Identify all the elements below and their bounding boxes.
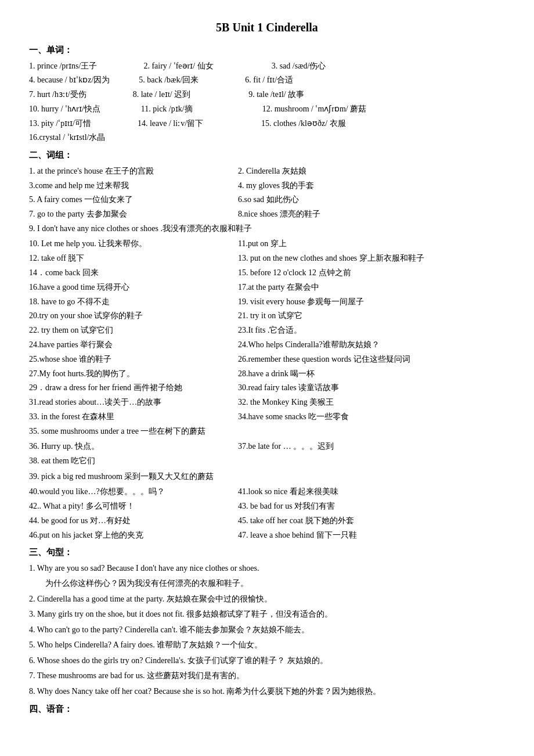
phrase-27: 27.My foot hurts.我的脚伤了。	[29, 367, 215, 381]
section-phonetics: 四、语音：	[29, 702, 505, 717]
phrase-43: 43. be bad for us 对我们有害	[238, 499, 335, 513]
phrase-44: 44. be good for us 对…有好处	[29, 514, 215, 528]
sentence-2: 2. Cinderella has a good time at the par…	[29, 592, 505, 607]
phrase-26: 26.remember these question words 记住这些疑问词	[238, 352, 410, 366]
phrase-20: 20.try on your shoe 试穿你的鞋子	[29, 309, 215, 323]
sentence-7: 7. These mushrooms are bad for us. 这些蘑菇对…	[29, 669, 505, 683]
phrase-15: 15. before 12 o'clock 12 点钟之前	[238, 266, 351, 280]
word-3: 3. sad /sæd/伤心	[272, 59, 326, 73]
section-sentences: 三、句型： 1. Why are you so sad? Because I d…	[29, 545, 505, 699]
phrase-32: 32. the Monkey King 美猴王	[238, 395, 334, 409]
phrase-14: 14．come back 回来	[29, 266, 215, 280]
phrase-21: 21. try it on 试穿它	[238, 309, 302, 323]
section3-title: 三、句型：	[29, 545, 505, 560]
phrase-36: 36. Hurry up. 快点。	[29, 440, 215, 453]
phrase-30: 30.read fairy tales 读童话故事	[238, 381, 339, 395]
phrase-10: 10. Let me help you. 让我来帮你。	[29, 237, 215, 251]
word-14: 14. leave / liːv/留下	[138, 117, 203, 131]
phrase-38: 38. eat them 吃它们	[29, 454, 505, 469]
phrase-11: 11.put on 穿上	[238, 237, 287, 251]
phrase-47: 47. leave a shoe behind 留下一只鞋	[238, 528, 357, 542]
phrase-37: 37.be late for … 。。。迟到	[238, 440, 334, 453]
sentence-3: 3. Many girls try on the shoe, but it do…	[29, 607, 505, 622]
section4-title: 四、语音：	[29, 702, 505, 717]
word-7: 7. hurt /hɜːt/受伤	[29, 88, 86, 102]
phrase-41: 41.look so nice 看起来很美味	[238, 485, 338, 499]
word-5: 5. back /bæk/回来	[139, 73, 199, 87]
phrase-25: 25.whose shoe 谁的鞋子	[29, 352, 215, 366]
word-13: 13. pity /ˈpɪtɪ/可惜	[29, 117, 91, 131]
phrase-31: 31.read stories about…读关于…的故事	[29, 395, 215, 409]
phrase-46: 46.put on his jacket 穿上他的夹克	[29, 528, 215, 542]
words-block: 1. prince /prɪns/王子 2. fairy / ˈfeərɪ/ 仙…	[29, 59, 505, 145]
phrase-24a: 24.have parties 举行聚会	[29, 338, 215, 352]
word-9: 9. tale /teɪl/ 故事	[248, 88, 304, 102]
phrase-24b: 24.Who helps Cinderalla?谁帮助灰姑娘？	[238, 338, 380, 352]
phrase-39: 39. pick a big red mushroom 采到一颗又大又红的蘑菇	[29, 470, 505, 484]
phrase-12: 12. take off 脱下	[29, 251, 215, 265]
section-words: 一、单词： 1. prince /prɪns/王子 2. fairy / ˈfe…	[29, 43, 505, 145]
phrase-35: 35. some mushrooms under a tree 一些在树下的蘑菇	[29, 424, 505, 439]
word-12: 12. mushroom / ˈmʌʃrɒm/ 蘑菇	[262, 102, 367, 116]
phrase-28: 28.have a drink 喝一杯	[238, 367, 315, 381]
phrase-8: 8.nice shoes 漂亮的鞋子	[238, 207, 320, 221]
phrase-3: 3.come and help me 过来帮我	[29, 179, 215, 193]
phrase-4: 4. my gloves 我的手套	[238, 179, 314, 193]
phrase-40: 40.would you like…?你想要。。。吗？	[29, 485, 215, 499]
phrase-34: 34.have some snacks 吃一些零食	[238, 410, 349, 424]
sentence-1: 1. Why are you so sad? Because I don't h…	[29, 561, 505, 576]
word-2: 2. fairy / ˈfeərɪ/ 仙女	[143, 59, 213, 73]
phrase-33: 33. in the forest 在森林里	[29, 410, 215, 424]
sentence-1-cn: 为什么你这样伤心？因为我没有任何漂亮的衣服和鞋子。	[29, 577, 505, 591]
phrase-23: 23.It fits .它合适。	[238, 323, 302, 337]
word-11: 11. pick /pɪk/摘	[141, 102, 193, 116]
sentence-6: 6. Whose shoes do the girls try on? Cind…	[29, 654, 505, 668]
phrase-7: 7. go to the party 去参加聚会	[29, 207, 215, 221]
page-title: 5B Unit 1 Cinderella	[29, 17, 505, 37]
section-phrases: 二、词组： 1. at the prince's house 在王子的宫殿 2.…	[29, 148, 505, 542]
sentence-5: 5. Who helps Cinderella? A fairy does. 谁…	[29, 638, 505, 653]
sentence-8: 8. Why does Nancy take off her coat? Bec…	[29, 685, 505, 699]
sentence-4: 4. Who can't go to the party? Cinderella…	[29, 623, 505, 638]
word-4: 4. because / bɪˈkɒz/因为	[29, 73, 110, 87]
phrase-45: 45. take off her coat 脱下她的外套	[238, 514, 354, 528]
phrase-1: 1. at the prince's house 在王子的宫殿	[29, 164, 215, 178]
word-15: 15. clothes /kləʊðz/ 衣服	[261, 117, 346, 131]
phrase-6: 6.so sad 如此伤心	[238, 193, 299, 207]
phrase-42: 42.. What a pity! 多么可惜呀！	[29, 499, 215, 513]
word-1: 1. prince /prɪns/王子	[29, 59, 97, 73]
phrase-9: 9. I don't have any nice clothes or shoe…	[29, 222, 505, 236]
phrase-13: 13. put on the new clothes and shoes 穿上新…	[238, 251, 424, 265]
word-16: 16.crystal / ˈkrɪstl/水晶	[29, 131, 106, 145]
phrase-18: 18. have to go 不得不走	[29, 295, 215, 309]
phrase-29: 29．draw a dress for her friend 画件裙子给她	[29, 381, 215, 395]
phrase-2: 2. Cinderella 灰姑娘	[238, 164, 306, 178]
word-6: 6. fit / fɪt/合适	[245, 73, 293, 87]
phrases-block: 1. at the prince's house 在王子的宫殿 2. Cinde…	[29, 164, 505, 542]
phrase-19: 19. visit every house 参观每一间屋子	[238, 295, 364, 309]
phrase-16: 16.have a good time 玩得开心	[29, 280, 215, 294]
section1-title: 一、单词：	[29, 43, 505, 58]
word-10: 10. hurry / ˈhʌrɪ/快点	[29, 102, 100, 116]
sentences-block: 1. Why are you so sad? Because I don't h…	[29, 561, 505, 699]
phrase-22: 22. try them on 试穿它们	[29, 323, 215, 337]
phrase-5: 5. A fairy comes 一位仙女来了	[29, 193, 215, 207]
phrase-17: 17.at the party 在聚会中	[238, 280, 319, 294]
section2-title: 二、词组：	[29, 148, 505, 163]
word-8: 8. late / leɪt/ 迟到	[133, 88, 190, 102]
